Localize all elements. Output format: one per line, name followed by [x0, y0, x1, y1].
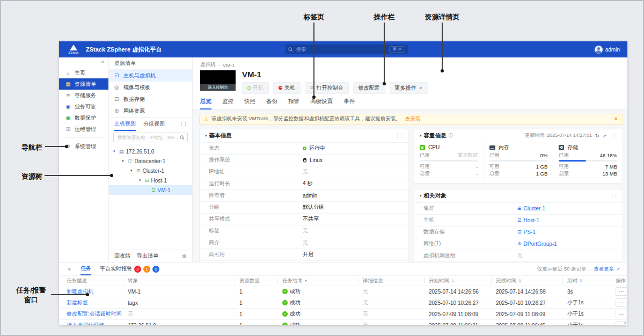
host-icon: ⊡: [517, 217, 522, 223]
vcenter-icon: ▤: [119, 149, 124, 154]
sidebar-item-storage[interactable]: ≣存储服务: [59, 90, 108, 101]
sidebar-item-resources[interactable]: ▦资源清单: [59, 78, 108, 90]
related-row-sched-group: 虚拟机调度组无: [414, 250, 623, 261]
annotation-dot: [312, 96, 316, 99]
row-more-button[interactable]: ⋯: [616, 310, 627, 318]
tab-monitoring[interactable]: 监控: [222, 98, 233, 109]
network-link[interactable]: ⊕DPortGroup-1: [517, 241, 557, 247]
tab-platform-alarms[interactable]: 平台实时报警 2 1 2: [100, 262, 159, 275]
search-shortcut-badge: ⌘+K: [389, 46, 405, 53]
username: admin: [605, 47, 620, 53]
caret-down-icon[interactable]: ▾: [139, 178, 143, 182]
sidebar-collapse-icon[interactable]: «: [59, 57, 108, 64]
host-link[interactable]: ⊡Host-1: [517, 217, 539, 223]
sort-icon[interactable]: ⇅: [518, 279, 522, 283]
gear-icon[interactable]: ⚙: [182, 253, 187, 259]
console-thumbnail[interactable]: 进入控制台: [200, 70, 236, 91]
result-filter-header[interactable]: 任务结果▼: [277, 277, 358, 284]
open-external-icon[interactable]: ↗: [602, 133, 606, 138]
collapse-panel-icon[interactable]: »: [67, 266, 72, 272]
tab-overview[interactable]: 总览: [200, 98, 211, 109]
sidebar-item-ops[interactable]: ⊞运维管理: [59, 123, 108, 135]
tree-search[interactable]: [113, 133, 188, 142]
tree-node-cluster[interactable]: ▾⊞Cluster-1: [109, 166, 192, 176]
caret-down-icon[interactable]: ▾: [205, 134, 207, 138]
task-link[interactable]: 新建标签: [67, 299, 88, 306]
tab-snapshot[interactable]: 快照: [244, 98, 255, 109]
datastore-link[interactable]: ⊟PS-1: [517, 229, 536, 235]
tree-search-input[interactable]: [116, 134, 180, 141]
annotation-action-bar: 操作栏: [374, 12, 395, 22]
tree-node-vm[interactable]: ⊡VM-1: [109, 185, 192, 195]
close-icon[interactable]: ✕: [614, 116, 618, 122]
open-console-button[interactable]: ⊡打开控制台: [305, 82, 349, 94]
respanel-item-datastore[interactable]: ⊟数据存储: [109, 93, 192, 105]
recycle-bin-link[interactable]: 回收站: [114, 252, 130, 260]
user-menu[interactable]: admin: [595, 46, 620, 54]
row-more-button[interactable]: ⋯: [616, 287, 627, 296]
breadcrumb-parent[interactable]: 虚拟机: [200, 61, 216, 68]
enter-console-button[interactable]: 进入控制台: [200, 84, 236, 91]
caret-down-icon[interactable]: ▾: [113, 149, 117, 154]
tab-alarm[interactable]: 报警: [288, 98, 299, 109]
right-column: ▾ 容量信息 ⓘ 更新时间: 2025-07-14 14:27:01 ↻ ↗ ⋮…: [414, 129, 623, 262]
image-template-icon: ◎: [114, 85, 120, 90]
tree-node-vcenter[interactable]: ▾▤172.26.51.0: [109, 147, 192, 156]
more-actions-button[interactable]: 更多操作∨: [390, 82, 428, 94]
sort-icon[interactable]: ⇅: [579, 279, 583, 283]
search-icon: [288, 47, 293, 52]
cluster-link[interactable]: ⊞Cluster-1: [517, 206, 545, 211]
task-link[interactable]: 接入虚拟化设施: [67, 322, 104, 325]
global-search-input[interactable]: [295, 46, 389, 53]
info-row-tags: 标签无: [200, 225, 408, 237]
export-list-link[interactable]: 导出清单: [137, 252, 158, 260]
tab-advanced[interactable]: 高级设置: [310, 98, 333, 109]
task-alarm-panel: » 任务 平台实时报警 2 1 2 仅展示最近 50 条记录， 查看更多 ↗ 任…: [59, 262, 627, 325]
tree-node-datacenter[interactable]: ▾◫Datacenter-1: [109, 156, 192, 166]
avatar: [595, 46, 603, 54]
memory-icon: [489, 145, 495, 150]
breadcrumb: 虚拟机 · VM-1: [193, 57, 627, 68]
modify-config-button[interactable]: 修改配置: [353, 82, 385, 94]
view-more-link[interactable]: 查看更多: [594, 266, 614, 273]
respanel-item-network[interactable]: ⊕网络资源: [109, 105, 192, 117]
tree-node-host[interactable]: ▾⊡Host-1: [109, 176, 192, 185]
home-icon: ⌂: [65, 70, 71, 76]
start-time-sort-header[interactable]: 开始时间⇅: [424, 277, 491, 284]
sidebar-item-home[interactable]: ⌂主页: [59, 67, 108, 78]
warning-text: 该虚拟机未安装 VMTools，部分监控数据和虚拟机配置依赖该工具，建议提前安装…: [211, 115, 401, 122]
global-search[interactable]: ⌘+K: [286, 45, 408, 54]
caret-down-icon[interactable]: ▾: [122, 159, 126, 163]
tab-tasks[interactable]: 任务: [80, 262, 91, 275]
row-more-button[interactable]: ⋯: [616, 298, 627, 307]
tab-events[interactable]: 事件: [343, 98, 355, 109]
caret-down-icon[interactable]: ▾: [420, 134, 422, 138]
power-on-button[interactable]: 开机: [242, 82, 269, 94]
caret-down-icon[interactable]: ▾: [420, 194, 422, 198]
caret-down-icon[interactable]: ▾: [130, 169, 134, 173]
sort-icon[interactable]: ⇅: [451, 279, 455, 283]
respanel-item-images[interactable]: ◎镜像与模板: [109, 82, 192, 93]
end-time-sort-header[interactable]: 完成时间⇅: [491, 277, 562, 284]
drag-handle-icon[interactable]: ⋮⋮: [610, 133, 617, 138]
sidebar-item-business[interactable]: ◉业务可靠: [59, 101, 108, 112]
tab-group-view[interactable]: 分组视图: [143, 118, 165, 130]
datacenter-icon: ◫: [128, 159, 133, 164]
task-link[interactable]: 修改配置:会话超时时间: [67, 310, 122, 318]
tab-backup[interactable]: 备份: [266, 98, 277, 109]
resize-corner[interactable]: [623, 321, 626, 324]
drag-handle-icon[interactable]: ⋮⋮: [610, 193, 617, 199]
power-off-button[interactable]: 关机: [273, 82, 301, 94]
external-link-icon[interactable]: ↗: [616, 267, 620, 272]
respanel-item-hosts-vms[interactable]: ⊡主机与虚拟机: [109, 70, 192, 82]
sidebar-item-data-protection[interactable]: ▣数据保护: [59, 112, 108, 123]
refresh-icon[interactable]: ↻: [595, 133, 599, 138]
capacity-header: ▾ 容量信息 ⓘ 更新时间: 2025-07-14 14:27:01 ↻ ↗ ⋮…: [414, 129, 623, 142]
filter-icon[interactable]: ▼: [304, 279, 308, 282]
drag-handle-icon[interactable]: ⋮⋮: [395, 133, 402, 138]
tab-host-view[interactable]: 主机视图: [114, 117, 136, 131]
view-options-icon[interactable]: ⋮⋮: [179, 121, 187, 127]
install-link[interactable]: 去安装: [405, 115, 421, 122]
table-row: 新建虚拟机 VM-1 1 ✓成功 无 2025-07-14 14:26:56 2…: [59, 286, 627, 297]
duration-sort-header[interactable]: 用时⇅: [562, 277, 611, 284]
